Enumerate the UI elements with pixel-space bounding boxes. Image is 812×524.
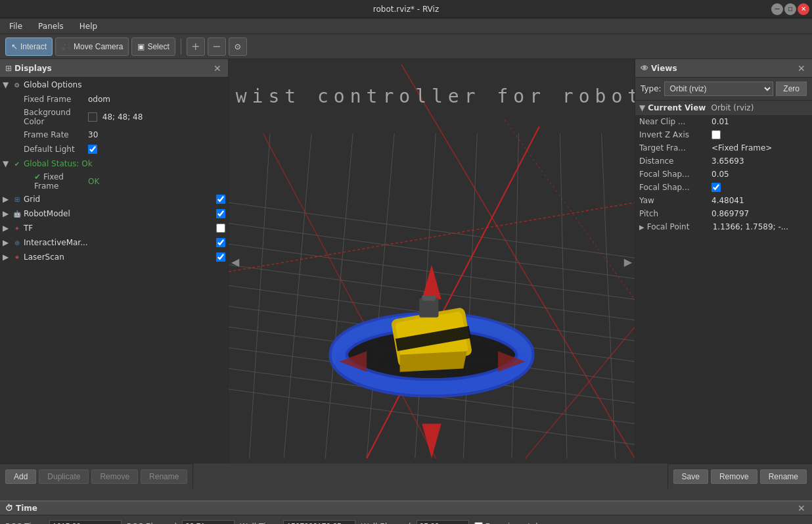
interactivemarkers-icon: ⊕: [12, 237, 22, 248]
current-view-arrow: ▼: [639, 103, 645, 112]
ros-time-label: ROS Time:: [5, 522, 47, 524]
laserscan-label: LaserScan: [22, 252, 216, 262]
menu-panels[interactable]: Panels: [34, 20, 68, 32]
add-button[interactable]: Add: [5, 469, 36, 484]
camera2-btn[interactable]: ⊙: [229, 37, 247, 56]
laserscan-checkbox[interactable]: [216, 252, 225, 262]
global-options-row[interactable]: ▼ ⚙ Global Options: [0, 78, 228, 92]
views-type-select[interactable]: Orbit (rviz): [664, 82, 774, 96]
displays-content[interactable]: ▼ ⚙ Global Options Fixed Frame odom Back…: [0, 78, 228, 464]
select-button[interactable]: ▣ Select: [131, 37, 175, 56]
time-close-button[interactable]: ✕: [796, 503, 807, 513]
camera2-icon: ⊙: [235, 42, 241, 51]
tf-checkbox[interactable]: [216, 224, 225, 233]
ros-time-input[interactable]: [49, 520, 122, 524]
views-rename-button[interactable]: Rename: [760, 469, 807, 484]
robotmodel-checkbox[interactable]: [216, 209, 225, 218]
ros-elapsed-label: ROS Elapsed:: [127, 522, 179, 524]
default-light-row: Default Light: [0, 142, 228, 156]
views-save-button[interactable]: Save: [673, 469, 708, 484]
interactivemarkers-checkbox[interactable]: [216, 238, 225, 247]
ros-time-group: ROS Time:: [5, 520, 122, 524]
displays-panel: ⊞ Displays ✕ ▼ ⚙ Global Options Fixed Fr…: [0, 59, 229, 464]
global-status-arrow[interactable]: ▼: [3, 159, 12, 168]
camera-icon: 🎥: [61, 42, 71, 51]
remove-button: Remove: [91, 469, 138, 484]
focal-shape2-label: Focal Shap...: [639, 183, 711, 192]
global-options-arrow[interactable]: ▼: [3, 80, 12, 89]
distance-label: Distance: [639, 156, 711, 166]
minus-icon-btn[interactable]: −: [208, 37, 226, 56]
views-zero-button[interactable]: Zero: [776, 82, 807, 96]
current-view-label: Current View: [648, 103, 706, 112]
grid-row[interactable]: ▶ ⊞ Grid: [0, 192, 228, 206]
focal-shape1-label: Focal Shap...: [639, 170, 711, 179]
viewport[interactable]: twist controller for robot ◀ ▶: [229, 59, 635, 464]
minimize-button[interactable]: ─: [771, 3, 783, 15]
menu-help[interactable]: Help: [76, 20, 101, 32]
background-color-value: 48; 48; 48: [88, 112, 143, 122]
interactivemarkers-row[interactable]: ▶ ⊕ InteractiveMar...: [0, 235, 228, 250]
move-camera-button[interactable]: 🎥 Move Camera: [55, 37, 129, 56]
displays-panel-icon: ⊞: [5, 64, 12, 73]
near-clip-value[interactable]: 0.01: [711, 117, 729, 126]
menu-file[interactable]: File: [5, 20, 26, 32]
global-status-row[interactable]: ▼ ✔ Global Status: Ok: [0, 156, 228, 171]
grid-checkbox[interactable]: [216, 195, 225, 204]
focal-point-arrow[interactable]: ▶: [639, 224, 644, 231]
wall-time-input[interactable]: [283, 520, 355, 524]
viewport-nav-left[interactable]: ◀: [229, 252, 242, 270]
current-view-header[interactable]: ▼ Current View Orbit (rviz): [635, 101, 812, 115]
select-icon: ▣: [137, 42, 145, 51]
views-title: 👁 Views: [641, 64, 677, 73]
focal-shape1-value[interactable]: 0.05: [711, 170, 729, 179]
color-swatch[interactable]: [88, 112, 97, 122]
global-options-icon: ⚙: [12, 80, 22, 90]
gs-fixed-frame-value: OK: [88, 177, 99, 186]
fixed-frame-value[interactable]: odom: [88, 95, 110, 104]
robotmodel-row[interactable]: ▶ 🤖 RobotModel: [0, 206, 228, 221]
distance-value[interactable]: 3.65693: [711, 156, 744, 166]
focal-shape2-checkbox[interactable]: [711, 183, 721, 192]
grid-icon: ⊞: [12, 194, 22, 204]
laserscan-arrow[interactable]: ▶: [3, 252, 12, 262]
time-content: ROS Time: ROS Elapsed: Wall Time: Wall E…: [0, 515, 812, 524]
focal-point-value[interactable]: 1.1366; 1.7589; -...: [713, 222, 788, 231]
yaw-value[interactable]: 4.48041: [711, 196, 744, 205]
interact-button[interactable]: ↖ Interact: [5, 37, 53, 56]
frame-rate-label: Frame Rate: [3, 130, 88, 139]
ros-elapsed-input[interactable]: [182, 520, 235, 524]
pitch-value[interactable]: 0.869797: [711, 209, 749, 218]
target-frame-value[interactable]: <Fixed Frame>: [711, 143, 772, 153]
cursor-icon: ↖: [11, 42, 18, 51]
yaw-label: Yaw: [639, 196, 711, 205]
close-button[interactable]: ✕: [798, 3, 809, 15]
clock-icon: ⏱: [5, 504, 13, 513]
focal-shape1-row: Focal Shap... 0.05: [635, 168, 812, 181]
invert-z-checkbox[interactable]: [711, 130, 721, 139]
displays-close-button[interactable]: ✕: [212, 63, 223, 74]
wall-elapsed-input[interactable]: [417, 520, 469, 524]
default-light-checkbox[interactable]: [88, 145, 97, 154]
time-header: ⏱ Time ✕: [0, 502, 812, 515]
interactivemarkers-label: InteractiveMar...: [22, 238, 216, 247]
target-frame-label: Target Fra...: [639, 143, 711, 153]
focal-shape2-row: Focal Shap...: [635, 181, 812, 194]
robotmodel-icon: 🤖: [12, 208, 22, 219]
wall-elapsed-group: Wall Elapsed:: [361, 520, 468, 524]
interactivemarkers-arrow[interactable]: ▶: [3, 238, 12, 247]
toolbar-separator-1: [181, 39, 181, 55]
add-icon-btn[interactable]: +: [187, 37, 205, 56]
global-options-label: Global Options: [22, 80, 225, 89]
frame-rate-value[interactable]: 30: [88, 130, 98, 139]
robotmodel-arrow[interactable]: ▶: [3, 209, 12, 218]
views-remove-button[interactable]: Remove: [711, 469, 757, 484]
fixed-frame-row: Fixed Frame odom: [0, 92, 228, 107]
maximize-button[interactable]: □: [784, 3, 796, 15]
tf-row[interactable]: ▶ ✦ TF: [0, 221, 228, 235]
views-close-button[interactable]: ✕: [796, 63, 807, 74]
laserscan-row[interactable]: ▶ ✷ LaserScan: [0, 250, 228, 264]
grid-arrow[interactable]: ▶: [3, 195, 12, 204]
tf-arrow[interactable]: ▶: [3, 224, 12, 233]
viewport-nav-right[interactable]: ▶: [621, 252, 635, 270]
